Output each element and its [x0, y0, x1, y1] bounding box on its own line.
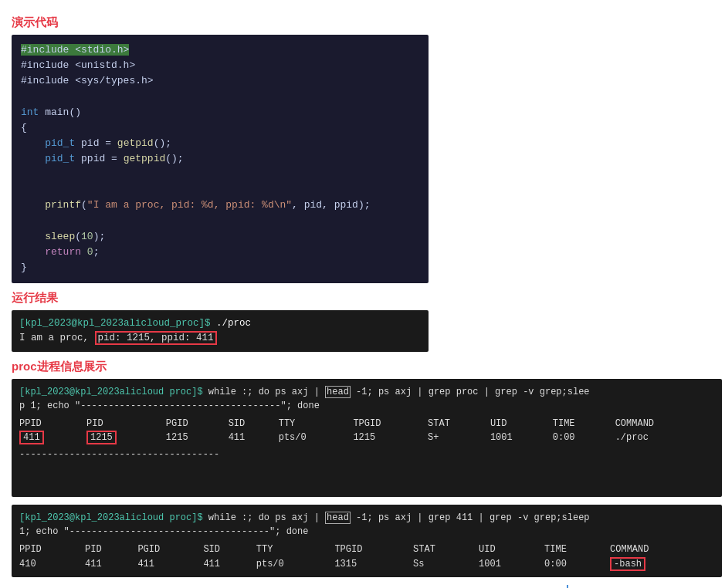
terminal2-table: PPID PID PGID SID TTY TPGID STAT UID TIM… [19, 417, 714, 445]
code-line-7: pid_t ppid = getppid(); [21, 151, 419, 167]
row3-tpgid: 1315 [334, 557, 413, 572]
code-line-2: #include <unistd.h> [21, 58, 419, 73]
demo-code-section: 演示代码 #include <stdio.h> #include <unistd… [12, 15, 713, 283]
row3-stat: Ss [413, 557, 479, 572]
col3-uid-header: UID [479, 542, 544, 557]
code-line-3: #include <sys/types.h> [21, 73, 419, 89]
row2-pgid: 1215 [166, 431, 229, 445]
terminal2-blank [19, 462, 714, 477]
terminal3-cmd: [kpl_2023@kpl_2023alicloud proc]$ while … [19, 511, 714, 525]
terminal3-command: while :; do ps axj | head -1; ps axj | g… [203, 512, 590, 524]
row3-pgid: 411 [137, 557, 203, 572]
row2-sid: 411 [229, 431, 279, 445]
col-uid-header: UID [490, 417, 553, 431]
row2-ppid: 411 [19, 431, 86, 445]
row3-time: 0:00 [544, 557, 610, 572]
code-block: #include <stdio.h> #include <unistd.h> #… [12, 35, 429, 283]
row2-time: 0:00 [553, 431, 615, 445]
proc-info-title: proc进程信息展示 [12, 360, 713, 374]
col-tty-header: TTY [279, 417, 354, 431]
row3-uid: 1001 [479, 557, 544, 572]
col3-pid-header: PID [85, 542, 137, 557]
terminal3-cmd2: 1; echo "-------------------------------… [19, 525, 714, 539]
terminal1-output: I am a proc, pid: 1215, ppid: 411 [19, 331, 421, 346]
code-blank-3 [21, 182, 419, 198]
bash-highlight: -bash [610, 557, 645, 571]
row2-uid: 1001 [490, 431, 553, 445]
terminal3-table-wrapper: PPID PID PGID SID TTY TPGID STAT UID TIM… [19, 542, 714, 571]
terminal1-block: [kpl_2023@kpl_2023alicloud_proc]$ ./proc… [12, 310, 429, 352]
row3-tty: pts/0 [256, 557, 335, 572]
col3-ppid-header: PPID [19, 542, 85, 557]
run-result-title: 运行结果 [12, 291, 713, 306]
col3-pgid-header: PGID [137, 542, 203, 557]
terminal2-cmd2: p 1; echo "-----------------------------… [19, 399, 714, 414]
code-blank-4 [21, 214, 419, 229]
col-time-header: TIME [553, 417, 615, 431]
col-command-header: COMMAND [615, 417, 714, 431]
col3-command-header: COMMAND [610, 542, 714, 557]
terminal3-data-row: 410 411 411 411 pts/0 1315 Ss 1001 0:00 … [19, 557, 714, 572]
proc-info-section: proc进程信息展示 [kpl_2023@kpl_2023alicloud pr… [12, 360, 713, 578]
col-sid-header: SID [229, 417, 279, 431]
row3-sid: 411 [203, 557, 256, 572]
col3-time-header: TIME [544, 542, 610, 557]
demo-code-title: 演示代码 [12, 15, 713, 30]
code-line-1: #include <stdio.h> [21, 42, 419, 58]
terminal3-header-row: PPID PID PGID SID TTY TPGID STAT UID TIM… [19, 542, 714, 557]
col3-tpgid-header: TPGID [334, 542, 413, 557]
code-line-11: } [21, 260, 419, 275]
terminal2-command: while :; do ps axj | head -1; ps axj | g… [203, 386, 590, 398]
run-result-section: 运行结果 [kpl_2023@kpl_2023alicloud_proc]$ .… [12, 291, 713, 352]
terminal1-command: ./proc [211, 318, 252, 329]
terminal2-blank2 [19, 476, 714, 491]
footer-row: bash命令行 CSDN @kpl_20 [12, 585, 722, 588]
row3-ppid: 410 [19, 557, 85, 572]
bash-annotation: bash命令行 [490, 585, 645, 588]
terminal1-prompt: [kpl_2023@kpl_2023alicloud_proc]$ [19, 318, 211, 329]
terminal2-header-row: PPID PID PGID SID TTY TPGID STAT UID TIM… [19, 417, 714, 431]
terminal3-block: [kpl_2023@kpl_2023alicloud proc]$ while … [12, 505, 722, 577]
code-line-4: int main() [21, 105, 419, 120]
row3-command: -bash [610, 557, 714, 572]
row2-stat: S+ [428, 431, 490, 445]
terminal2-table-wrapper: PPID PID PGID SID TTY TPGID STAT UID TIM… [19, 417, 714, 445]
code-line-10: return 0; [21, 245, 419, 260]
row2-tty: pts/0 [279, 431, 354, 445]
row2-tpgid: 1215 [353, 431, 428, 445]
terminal2-data-row: 411 1215 1215 411 pts/0 1215 S+ 1001 0:0… [19, 431, 714, 445]
pid-highlight: 1215 [86, 431, 117, 444]
terminal3-prompt: [kpl_2023@kpl_2023alicloud proc]$ [19, 512, 203, 523]
arrow-line [567, 585, 568, 588]
include-highlight: #include <stdio.h> [21, 44, 129, 56]
pid-highlight-box: pid: 1215, ppid: 411 [95, 331, 217, 345]
terminal2-separator: ------------------------------------ [19, 448, 714, 462]
code-line-5: { [21, 120, 419, 136]
code-line-6: pid_t pid = getpid(); [21, 136, 419, 151]
terminal1-cmd: [kpl_2023@kpl_2023alicloud_proc]$ ./proc [19, 316, 421, 331]
col3-sid-header: SID [203, 542, 256, 557]
row2-pid: 1215 [86, 431, 166, 445]
col-stat-header: STAT [428, 417, 490, 431]
terminal3-table: PPID PID PGID SID TTY TPGID STAT UID TIM… [19, 542, 714, 571]
col-ppid-header: PPID [19, 417, 86, 431]
row3-pid: 411 [85, 557, 137, 572]
row2-command: ./proc [615, 431, 714, 445]
code-blank-1 [21, 89, 419, 104]
col-pid-header: PID [86, 417, 166, 431]
col3-tty-header: TTY [256, 542, 335, 557]
col3-stat-header: STAT [413, 542, 479, 557]
code-blank-2 [21, 167, 419, 182]
col-tpgid-header: TPGID [353, 417, 428, 431]
terminal2-block: [kpl_2023@kpl_2023alicloud proc]$ while … [12, 379, 722, 497]
code-line-9: sleep(10); [21, 229, 419, 245]
terminal2-prompt: [kpl_2023@kpl_2023alicloud proc]$ [19, 387, 203, 397]
terminal2-cmd: [kpl_2023@kpl_2023alicloud proc]$ while … [19, 385, 714, 400]
ppid-highlight: 411 [19, 431, 44, 444]
col-pgid-header: PGID [166, 417, 229, 431]
code-line-8: printf("I am a proc, pid: %d, ppid: %d\n… [21, 198, 419, 213]
